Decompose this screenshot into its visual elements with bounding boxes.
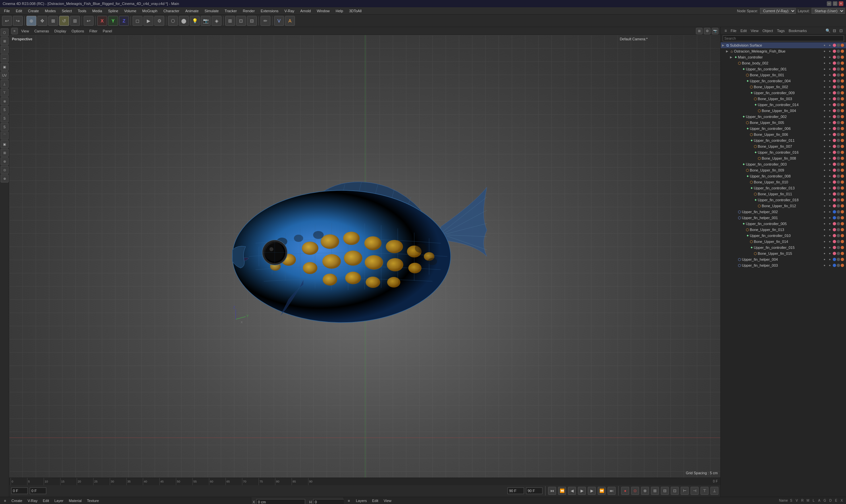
- tree-vis-upper_fin_ctrl_003[interactable]: ●: [822, 163, 827, 166]
- tree-item-bone_upper_fin_001[interactable]: ⬡Bone_Upper_fin_001●●: [721, 72, 846, 78]
- tree-dot3-upper_fin_ctrl_014[interactable]: [841, 103, 844, 106]
- tl-frame-55[interactable]: 55: [193, 478, 197, 485]
- tree-dot3-upper_fin_ctrl_002[interactable]: [841, 115, 844, 118]
- tree-dot3-bone_upper_fin_001[interactable]: [841, 73, 844, 77]
- menu-extensions[interactable]: Extensions: [258, 8, 281, 14]
- menu-file[interactable]: File: [1, 8, 13, 14]
- menu-vray[interactable]: V-Ray: [282, 8, 297, 14]
- tl-frame-65[interactable]: 65: [226, 478, 230, 485]
- tl-frame-5[interactable]: 5: [27, 478, 30, 485]
- tree-item-upper_fin_ctrl_013[interactable]: ✦Upper_fin_controller_013●●: [721, 185, 846, 191]
- rp-edit-tab[interactable]: Edit: [739, 28, 749, 33]
- goto-start-button[interactable]: ⏮: [548, 487, 556, 495]
- tree-vis-subdivision_surface[interactable]: ●: [822, 43, 827, 47]
- tree-dot3-bone_upper_fin_007[interactable]: [841, 145, 844, 148]
- tree-item-upper_fin_ctrl_011[interactable]: ✦Upper_fin_controller_011●●: [721, 138, 846, 143]
- menu-3dtoall[interactable]: 3DToAll: [346, 8, 364, 14]
- mat-vray-menu[interactable]: V-Ray: [25, 498, 39, 503]
- tree-dot3-bone_upper_fin_013[interactable]: [841, 228, 844, 231]
- tree-vis-bone_upper_fin_007[interactable]: ●: [822, 145, 827, 148]
- fps-field[interactable]: [526, 487, 542, 494]
- tree-dot2-bone_body_002[interactable]: [837, 61, 840, 65]
- tree-item-subdivision_surface[interactable]: ▶⧉Subdivision Surface●●: [721, 42, 846, 48]
- tl-frame-60[interactable]: 60: [209, 478, 213, 485]
- tree-lock-bone_upper_fin_001[interactable]: ●: [827, 73, 832, 77]
- tree-lock-bone_upper_fin_013[interactable]: ●: [827, 228, 832, 231]
- menu-simulate[interactable]: Simulate: [202, 8, 221, 14]
- tree-item-main_controller[interactable]: ▶✦Main_controller●●: [721, 54, 846, 60]
- tree-dot2-upper_fin_ctrl_008[interactable]: [837, 175, 840, 178]
- tree-vis-upper_fin_ctrl_011[interactable]: ●: [822, 139, 827, 142]
- fillet-button[interactable]: ⌒: [1, 131, 8, 140]
- tree-vis-upper_fin_ctrl_014[interactable]: ●: [822, 103, 827, 106]
- tree-dot2-bone_upper_fin_013[interactable]: [837, 228, 840, 231]
- tree-item-bone_upper_fin_005[interactable]: ⬡Bone_Upper_fin_005●●: [721, 120, 846, 126]
- sphere-button[interactable]: ⬤: [179, 16, 189, 26]
- tree-item-upper_fin_ctrl_009[interactable]: ✦Upper_fin_controller_009●●: [721, 90, 846, 96]
- tree-vis-upper_fin_ctrl_015[interactable]: ●: [822, 246, 827, 249]
- tree-dot2-subdivision_surface[interactable]: [837, 43, 840, 47]
- tree-item-bone_upper_fin_006[interactable]: ⬡Bone_Upper_fin_006●●: [721, 131, 846, 138]
- tl-frame-45[interactable]: 45: [159, 478, 164, 485]
- y-axis-button[interactable]: Y: [108, 16, 118, 26]
- tree-vis-upper_fin_ctrl_018[interactable]: ●: [822, 198, 827, 202]
- layer-set-button[interactable]: ⊞: [1, 149, 8, 157]
- tree-lock-upper_fin_ctrl_008[interactable]: ●: [827, 175, 832, 178]
- settings-button[interactable]: ⚙: [155, 16, 164, 26]
- tree-vis-upper_fin_helper_001[interactable]: ●: [822, 216, 827, 219]
- tree-dot2-upper_fin_helper_004[interactable]: [837, 258, 840, 261]
- tree-lock-upper_fin_ctrl_018[interactable]: ●: [827, 198, 832, 202]
- tree-dot2-bone_upper_fin_015[interactable]: [837, 252, 840, 255]
- tree-lock-subdivision_surface[interactable]: ●: [827, 43, 832, 47]
- tree-dot3-upper_fin_helper_003[interactable]: [841, 264, 844, 267]
- tree-vis-bone_upper_fin_001[interactable]: ●: [822, 73, 827, 77]
- tree-item-upper_fin_ctrl_003[interactable]: ✦Upper_fin_controller_003●●: [721, 161, 846, 167]
- point-mode-button[interactable]: •: [1, 46, 8, 54]
- tree-item-upper_fin_ctrl_016[interactable]: ✦Upper_fin_controller_016●●: [721, 149, 846, 155]
- tree-dot3-bone_upper_fin_009[interactable]: [841, 168, 844, 172]
- tree-dot2-upper_fin_ctrl_006[interactable]: [837, 127, 840, 130]
- menu-modes[interactable]: Modes: [42, 8, 58, 14]
- tree-dot2-bone_upper_fin_014[interactable]: [837, 240, 840, 243]
- tree-dot3-bone_body_002[interactable]: [841, 61, 844, 65]
- tree-item-bone_upper_fin_015[interactable]: ⬡Bone_Upper_fin_015●●: [721, 251, 846, 256]
- tree-item-upper_fin_ctrl_008[interactable]: ✦Upper_fin_controller_008●●: [721, 173, 846, 179]
- play-button[interactable]: ▶: [578, 487, 586, 495]
- next-keyframe-button[interactable]: ▶: [588, 487, 596, 495]
- tl-frame-90[interactable]: 90: [308, 478, 312, 485]
- tree-vis-bone_upper_fin_005[interactable]: ●: [822, 121, 827, 124]
- vp-options-menu[interactable]: Options: [69, 29, 86, 34]
- edge-mode-button[interactable]: —: [1, 54, 8, 62]
- tree-dot2-bone_upper_fin_004[interactable]: [837, 109, 840, 112]
- tree-item-upper_fin_helper_002[interactable]: ⬡Upper_fin_helper_002●●: [721, 209, 846, 215]
- grid-button[interactable]: ⊞: [225, 16, 235, 26]
- tree-vis-main_controller[interactable]: ●: [822, 55, 827, 59]
- tree-dot2-bone_upper_fin_009[interactable]: [837, 168, 840, 172]
- tree-lock-upper_fin_ctrl_016[interactable]: ●: [827, 151, 832, 154]
- minimize-button[interactable]: ─: [827, 1, 831, 6]
- tree-dot3-upper_fin_ctrl_016[interactable]: [841, 151, 844, 154]
- rotate-button[interactable]: ↺: [59, 16, 69, 26]
- tree-dot3-upper_fin_ctrl_001[interactable]: [841, 68, 844, 71]
- tree-item-bone_upper_fin_003[interactable]: ⬡Bone_Upper_fin_003●●: [721, 96, 846, 102]
- frame-end-field[interactable]: [507, 487, 524, 494]
- tree-dot2-bone_upper_fin_012[interactable]: [837, 204, 840, 208]
- tree-dot3-upper_fin_ctrl_005[interactable]: [841, 222, 844, 226]
- tl-frame-85[interactable]: 85: [292, 478, 296, 485]
- menu-tracker[interactable]: Tracker: [222, 8, 240, 14]
- tree-dot3-bone_upper_fin_014[interactable]: [841, 240, 844, 243]
- tree-item-upper_fin_ctrl_015[interactable]: ✦Upper_fin_controller_015●●: [721, 245, 846, 251]
- tl-extra4-button[interactable]: ⊥: [710, 487, 718, 495]
- vp-expand-button[interactable]: ⊞: [696, 28, 703, 34]
- tree-item-upper_fin_ctrl_001[interactable]: ✦Upper_fin_controller_001●●: [721, 66, 846, 72]
- timeline-ruler[interactable]: 0 5 10 15 20 25 30 35 40 45 50 55 60 65 …: [9, 478, 720, 485]
- tree-dot3-upper_fin_ctrl_018[interactable]: [841, 198, 844, 202]
- frame-start-field[interactable]: [11, 487, 28, 494]
- tree-dot2-upper_fin_ctrl_003[interactable]: [837, 163, 840, 166]
- tree-vis-upper_fin_ctrl_005[interactable]: ●: [822, 222, 827, 226]
- tl-settings-button[interactable]: ⊟: [661, 487, 669, 495]
- tl-frame-30[interactable]: 30: [110, 478, 114, 485]
- tree-dot3-bone_upper_fin_005[interactable]: [841, 121, 844, 124]
- tree-vis-bone_upper_fin_014[interactable]: ●: [822, 240, 827, 243]
- tree-lock-upper_fin_ctrl_005[interactable]: ●: [827, 222, 832, 226]
